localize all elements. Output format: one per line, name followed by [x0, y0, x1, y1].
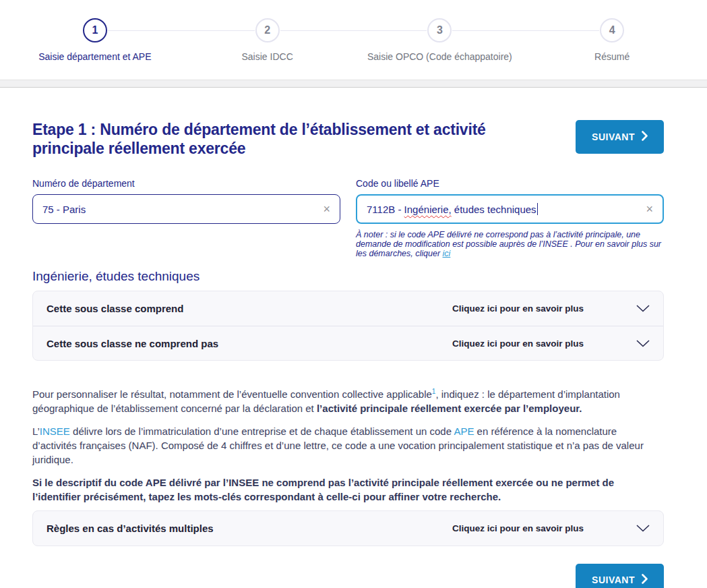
accordion-cta: Cliquez ici pour en savoir plus	[452, 339, 584, 349]
step-3-circle: 3	[427, 18, 452, 42]
chevron-right-icon	[642, 131, 648, 143]
department-label: Numéro de département	[32, 178, 340, 189]
suivant-button-top[interactable]: SUIVANT	[576, 120, 664, 154]
step-2-circle: 2	[255, 18, 280, 42]
ape-result-title: Ingénierie, études techniques	[32, 269, 664, 284]
step-1-circle: 1	[83, 18, 107, 42]
clear-icon[interactable]: ×	[323, 203, 330, 215]
step-4-resume: 4 Résumé	[526, 18, 698, 62]
suivant-button-label: SUIVANT	[592, 131, 635, 142]
regles-accordion-group: Règles en cas d’activités multiples Cliq…	[32, 510, 664, 546]
ape-input[interactable]: 7112B - Ingénierie, études techniques ×	[356, 194, 664, 224]
accordion-cta: Cliquez ici pour en savoir plus	[452, 303, 584, 314]
text-caret	[537, 203, 539, 215]
paragraph-personnaliser: Pour personnaliser le résultat, notammen…	[32, 384, 664, 415]
accordion-title: Cette sous classe comprend	[47, 303, 183, 314]
step-2-saisie-idcc: 2 Saisie IDCC	[181, 18, 354, 62]
ape-field-group: Code ou libellé APE 7112B - Ingénierie, …	[356, 178, 664, 258]
accordion-regles-activites-multiples[interactable]: Règles en cas d’activités multiples Cliq…	[33, 511, 663, 546]
ape-note: À noter : si le code APE délivré ne corr…	[356, 230, 664, 258]
ape-label: Code ou libellé APE	[356, 178, 664, 189]
insee-link[interactable]: INSEE	[40, 425, 70, 437]
step-number: 2	[264, 24, 270, 36]
step-number: 1	[92, 24, 98, 36]
department-value: 75 - Paris	[42, 204, 86, 215]
wizard-stepper: 1 Saisie département et APE 2 Saisie IDC…	[0, 0, 707, 62]
suivant-button-bottom[interactable]: SUIVANT	[576, 564, 664, 588]
step-4-circle: 4	[600, 18, 624, 42]
step-3-saisie-opco: 3 Saisie OPCO (Code échappatoire)	[354, 18, 526, 62]
ape-link[interactable]: APE	[454, 425, 474, 437]
department-field-group: Numéro de département 75 - Paris ×	[32, 178, 340, 258]
chevron-down-icon[interactable]	[636, 340, 650, 347]
accordion-comprend[interactable]: Cette sous classe comprend Cliquez ici p…	[33, 291, 663, 326]
step-number: 4	[609, 24, 615, 36]
section-divider	[0, 80, 707, 88]
ape-value: 7112B - Ingénierie, études techniques	[367, 203, 538, 215]
paragraph-insee: L’INSEE délivre lors de l’immatriculatio…	[32, 424, 664, 467]
main-content: Etape 1 : Numéro de département de l’éta…	[32, 120, 664, 588]
accordion-ne-comprend-pas[interactable]: Cette sous classe ne comprend pas Clique…	[33, 326, 663, 360]
step-1-label: Saisie département et APE	[38, 51, 151, 62]
page-title: Etape 1 : Numéro de département de l’éta…	[32, 120, 531, 158]
ici-link[interactable]: ici	[443, 249, 451, 258]
chevron-down-icon[interactable]	[636, 305, 650, 312]
step-2-label: Saisie IDCC	[242, 51, 293, 62]
step-3-label: Saisie OPCO (Code échappatoire)	[367, 51, 512, 62]
suivant-button-label: SUIVANT	[592, 575, 635, 585]
paragraph-descriptif: Si le descriptif du code APE délivré par…	[32, 475, 664, 504]
info-paragraphs: Pour personnaliser le résultat, notammen…	[32, 384, 664, 504]
accordion-title: Règles en cas d’activités multiples	[47, 523, 214, 534]
chevron-right-icon	[642, 574, 648, 586]
step-4-label: Résumé	[594, 51, 629, 62]
accordion-title: Cette sous classe ne comprend pas	[47, 338, 218, 349]
sous-classe-accordions: Cette sous classe comprend Cliquez ici p…	[32, 291, 664, 361]
step-number: 3	[437, 24, 443, 36]
clear-icon[interactable]: ×	[646, 203, 653, 215]
step-1-saisie-departement-ape: 1 Saisie département et APE	[9, 18, 181, 62]
department-input[interactable]: 75 - Paris ×	[32, 194, 340, 224]
chevron-down-icon[interactable]	[636, 525, 650, 532]
accordion-cta: Cliquez ici pour en savoir plus	[452, 523, 584, 533]
misspelled-word: Ingénierie,	[404, 204, 452, 215]
